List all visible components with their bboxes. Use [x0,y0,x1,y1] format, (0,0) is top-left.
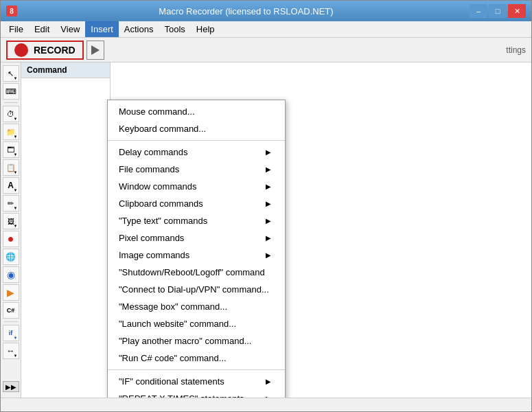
side-btn-window[interactable]: 🗔 [3,141,19,158]
menu-actions[interactable]: Actions [119,21,159,37]
command-panel-body [21,78,110,398]
side-btn-text[interactable]: A [3,177,19,194]
menu-help[interactable]: Help [191,21,220,37]
insert-dropdown: Mouse command...Keyboard command...Delay… [107,100,286,398]
side-btn-folder[interactable]: 📁 [3,124,19,140]
settings-label: ttings [506,45,526,55]
submenu-arrow-icon: ▶ [266,251,271,259]
title-bar: 8 Macro Recorder (licensed to RSLOAD.NET… [1,1,531,21]
side-btn-play[interactable]: ▶ [3,284,19,301]
dropdown-item-if-stmt[interactable]: "IF" conditional statements▶ [108,373,285,390]
submenu-arrow-icon: ▶ [266,165,271,173]
menu-insert[interactable]: Insert [85,21,119,37]
toolbar: RECORD ttings [1,38,531,62]
record-label: RECORD [34,45,76,56]
dropdown-separator [108,369,285,370]
side-btn-keyboard[interactable]: ⌨ [3,83,19,100]
submenu-arrow-icon: ▶ [266,395,271,398]
play-icon [91,45,100,55]
menu-edit[interactable]: Edit [29,21,55,37]
dropdown-item-pixel-cmds[interactable]: Pixel commands▶ [108,229,285,247]
side-btn-pencil[interactable]: ✏ [3,195,19,211]
side-btn-image[interactable]: 🖼 [3,213,19,229]
submenu-arrow-icon: ▶ [266,148,271,156]
app-icon: 8 [6,5,17,16]
side-btn-blue[interactable]: ◉ [3,266,19,283]
dropdown-item-delay-cmds[interactable]: Delay commands▶ [108,144,285,161]
side-separator-1 [4,102,18,103]
minimize-button[interactable]: – [470,4,487,18]
close-button[interactable]: ✕ [508,4,526,18]
submenu-arrow-icon: ▶ [266,200,271,207]
side-btn-globe[interactable]: 🌐 [3,249,19,265]
command-panel: Command [21,62,111,398]
window-controls: – □ ✕ [470,4,526,18]
record-icon [14,43,28,57]
submenu-arrow-icon: ▶ [266,183,271,190]
submenu-arrow-icon: ▶ [266,378,271,385]
dropdown-item-clipboard-cmds[interactable]: Clipboard commands▶ [108,195,285,212]
side-btn-csharp[interactable]: C# [3,302,19,319]
main-window: 8 Macro Recorder (licensed to RSLOAD.NET… [0,0,532,412]
record-button[interactable]: RECORD [6,41,84,60]
menu-bar: File Edit View Insert Actions Tools Help [1,21,531,38]
dropdown-item-macro-cmd[interactable]: "Play another macro" command... [108,332,285,350]
side-btn-clock[interactable]: ⏱ [3,106,19,122]
submenu-arrow-icon: ▶ [266,234,271,242]
menu-file[interactable]: File [3,21,29,37]
status-bar [1,398,531,411]
dropdown-item-csharp-cmd[interactable]: "Run C# code" command... [108,350,285,367]
dropdown-item-website-cmd[interactable]: "Launch website" command... [108,315,285,332]
side-btn-red[interactable]: ● [3,231,19,247]
side-btn-if[interactable]: if [3,325,19,341]
dropdown-item-repeat-stmt[interactable]: "REPEAT X TIMES" statements▶ [108,390,285,398]
command-panel-header: Command [21,62,110,78]
side-toolbar: ↖ ⌨ ⏱ 📁 🗔 📋 A ✏ 🖼 ● 🌐 ◉ ▶ C# if ↔ ▶▶ [1,62,21,398]
side-btn-clipboard[interactable]: 📋 [3,159,19,176]
window-title: Macro Recorder (licensed to RSLOAD.NET) [23,6,470,16]
expand-button[interactable]: ▶▶ [3,381,19,392]
dropdown-item-window-cmds[interactable]: Window commands▶ [108,178,285,195]
submenu-arrow-icon: ▶ [266,217,271,225]
dropdown-item-keyboard-cmd[interactable]: Keyboard command... [108,120,285,137]
dropdown-item-image-cmds[interactable]: Image commands▶ [108,247,285,264]
dropdown-item-typetext-cmds[interactable]: "Type text" commands▶ [108,212,285,229]
dropdown-item-mouse-cmd[interactable]: Mouse command... [108,103,285,120]
menu-tools[interactable]: Tools [159,21,190,37]
play-button[interactable] [86,41,104,60]
dropdown-separator [108,140,285,141]
dropdown-item-vpn-cmd[interactable]: "Connect to Dial-up/VPN" command... [108,281,285,298]
dropdown-item-shutdown-cmd[interactable]: "Shutdown/Reboot/Logoff" command [108,264,285,281]
dropdown-item-msgbox-cmd[interactable]: "Message box" command... [108,298,285,315]
side-separator-2 [4,321,18,322]
side-btn-cursor[interactable]: ↖ [3,65,19,82]
side-btn-arrows[interactable]: ↔ [3,343,19,359]
main-area: ↖ ⌨ ⏱ 📁 🗔 📋 A ✏ 🖼 ● 🌐 ◉ ▶ C# if ↔ ▶▶ Com… [1,62,531,398]
menu-view[interactable]: View [55,21,85,37]
dropdown-item-file-cmds[interactable]: File commands▶ [108,161,285,178]
maximize-button[interactable]: □ [489,4,507,18]
